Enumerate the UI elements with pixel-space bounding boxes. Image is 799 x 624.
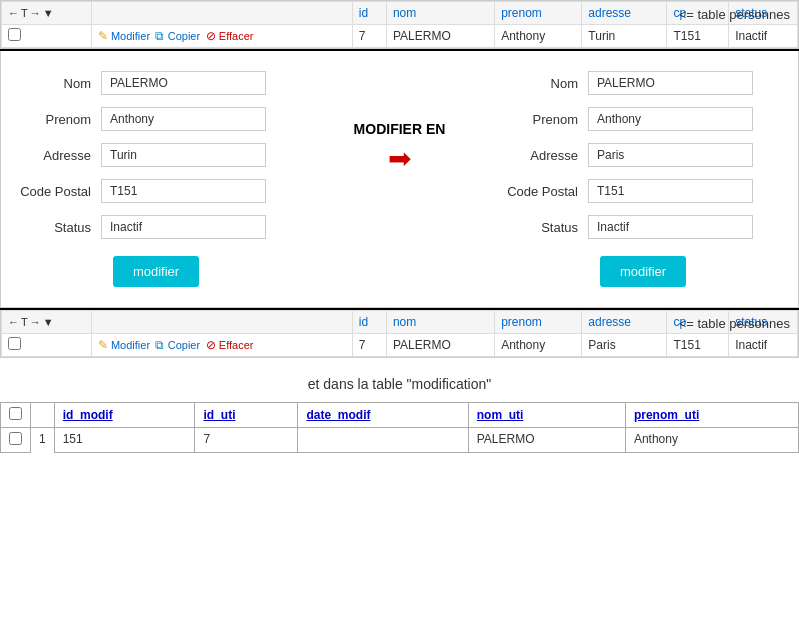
delete-icon: ⊘: [206, 29, 216, 43]
bottom-copier-button[interactable]: Copier: [168, 339, 200, 351]
bottom-dropdown-icon[interactable]: ▼: [43, 316, 54, 328]
left-cp-row: Code Postal: [16, 179, 296, 203]
dropdown-icon[interactable]: ▼: [43, 7, 54, 19]
mod-table: id_modif id_uti date_modif nom_uti preno…: [0, 402, 799, 453]
col-actions-header: [91, 2, 352, 25]
bottom-row-checkbox-cell: [2, 334, 92, 357]
row-prenom: Anthony: [495, 25, 582, 48]
right-btn-row: modifier: [503, 251, 783, 287]
mod-row-id-modif: 151: [54, 428, 195, 453]
left-modifier-button[interactable]: modifier: [113, 256, 199, 287]
table-icon: T: [21, 7, 28, 19]
mod-row-checkbox-cell: [1, 428, 31, 453]
bottom-delete-icon: ⊘: [206, 338, 216, 352]
mod-row-num: 1: [31, 428, 55, 453]
mod-table-row: 1 151 7 PALERMO Anthony: [1, 428, 799, 453]
bottom-col-prenom-header[interactable]: prenom: [495, 311, 582, 334]
mod-title: et dans la table "modification": [0, 376, 799, 392]
col-prenom-header[interactable]: prenom: [495, 2, 582, 25]
bottom-row-prenom: Anthony: [495, 334, 582, 357]
right-nom-input[interactable]: [588, 71, 753, 95]
bottom-col-adresse-header[interactable]: adresse: [582, 311, 667, 334]
left-adresse-label: Adresse: [16, 148, 101, 163]
modifier-button[interactable]: Modifier: [111, 30, 150, 42]
left-adresse-input[interactable]: [101, 143, 266, 167]
right-nom-label: Nom: [503, 76, 588, 91]
bottom-col-nav-header: ← T → ▼: [2, 311, 92, 334]
bottom-col-actions-header: [91, 311, 352, 334]
bottom-modifier-button[interactable]: Modifier: [111, 339, 150, 351]
col-nom-header[interactable]: nom: [386, 2, 494, 25]
row-id: 7: [352, 25, 386, 48]
row-cp: T151: [667, 25, 729, 48]
mod-section: et dans la table "modification" id_modif…: [0, 358, 799, 453]
right-modifier-button[interactable]: modifier: [600, 256, 686, 287]
right-nom-row: Nom: [503, 71, 783, 95]
left-status-label: Status: [16, 220, 101, 235]
right-cp-label: Code Postal: [503, 184, 588, 199]
mod-row-prenom-uti: Anthony: [625, 428, 798, 453]
bottom-col-nom-header[interactable]: nom: [386, 311, 494, 334]
row-nom: PALERMO: [386, 25, 494, 48]
left-adresse-row: Adresse: [16, 143, 296, 167]
modifier-en-text: MODIFIER EN: [354, 121, 446, 137]
pencil-icon: ✎: [98, 29, 108, 43]
bottom-col-arrows: ← T → ▼: [8, 316, 85, 328]
left-prenom-input[interactable]: [101, 107, 266, 131]
mod-col-id-modif[interactable]: id_modif: [54, 403, 195, 428]
right-cp-row: Code Postal: [503, 179, 783, 203]
bottom-right-arrow-icon[interactable]: →: [30, 316, 41, 328]
col-id-header[interactable]: id: [352, 2, 386, 25]
arrow-right-icon: ➡: [388, 145, 411, 173]
form-right: Nom Prenom Adresse Code Postal Status mo…: [503, 71, 783, 287]
bottom-table-row: ✎ Modifier ⧉ Copier ⊘ Effacer 7 PALERMO …: [2, 334, 798, 357]
bottom-effacer-button[interactable]: Effacer: [219, 339, 254, 351]
bottom-left-arrow-icon[interactable]: ←: [8, 316, 19, 328]
col-adresse-header[interactable]: adresse: [582, 2, 667, 25]
bottom-copy-icon: ⧉: [155, 338, 164, 352]
actions-cell: ✎ Modifier ⧉ Copier ⊘ Effacer: [91, 25, 352, 48]
form-container: Nom Prenom Adresse Code Postal Status mo…: [16, 71, 783, 287]
mod-row-id-uti: 7: [195, 428, 298, 453]
bottom-row-id: 7: [352, 334, 386, 357]
bottom-table-label: <= table personnes: [679, 316, 790, 331]
right-adresse-input[interactable]: [588, 143, 753, 167]
mod-col-id-uti[interactable]: id_uti: [195, 403, 298, 428]
left-nom-label: Nom: [16, 76, 101, 91]
right-prenom-label: Prenom: [503, 112, 588, 127]
row-status: Inactif: [729, 25, 798, 48]
form-middle: MODIFIER EN ➡: [334, 71, 466, 173]
mod-col-date-modif[interactable]: date_modif: [298, 403, 468, 428]
bottom-pencil-icon: ✎: [98, 338, 108, 352]
left-status-input[interactable]: [101, 215, 266, 239]
mod-select-all[interactable]: [9, 407, 22, 420]
left-cp-input[interactable]: [101, 179, 266, 203]
left-nom-input[interactable]: [101, 71, 266, 95]
left-arrow-icon[interactable]: ←: [8, 7, 19, 19]
mod-row-checkbox[interactable]: [9, 432, 22, 445]
mod-checkbox-header: [1, 403, 31, 428]
right-arrow-icon[interactable]: →: [30, 7, 41, 19]
mod-col-prenom-uti[interactable]: prenom_uti: [625, 403, 798, 428]
right-prenom-input[interactable]: [588, 107, 753, 131]
left-status-row: Status: [16, 215, 296, 239]
table-row: ✎ Modifier ⧉ Copier ⊘ Effacer 7 PALERMO …: [2, 25, 798, 48]
right-cp-input[interactable]: [588, 179, 753, 203]
right-status-input[interactable]: [588, 215, 753, 239]
bottom-table-section: <= table personnes ← T → ▼ id nom prenom…: [0, 310, 799, 358]
effacer-button[interactable]: Effacer: [219, 30, 254, 42]
form-section: Nom Prenom Adresse Code Postal Status mo…: [0, 51, 799, 308]
row-checkbox[interactable]: [8, 28, 21, 41]
bottom-table-icon: T: [21, 316, 28, 328]
bottom-col-id-header[interactable]: id: [352, 311, 386, 334]
bottom-row-adresse: Paris: [582, 334, 667, 357]
col-nav-header: ← T → ▼: [2, 2, 92, 25]
right-adresse-label: Adresse: [503, 148, 588, 163]
right-adresse-row: Adresse: [503, 143, 783, 167]
left-prenom-row: Prenom: [16, 107, 296, 131]
bottom-row-status: Inactif: [729, 334, 798, 357]
mod-row-date-modif: [298, 428, 468, 453]
mod-col-nom-uti[interactable]: nom_uti: [468, 403, 625, 428]
bottom-row-checkbox[interactable]: [8, 337, 21, 350]
copier-button[interactable]: Copier: [168, 30, 200, 42]
